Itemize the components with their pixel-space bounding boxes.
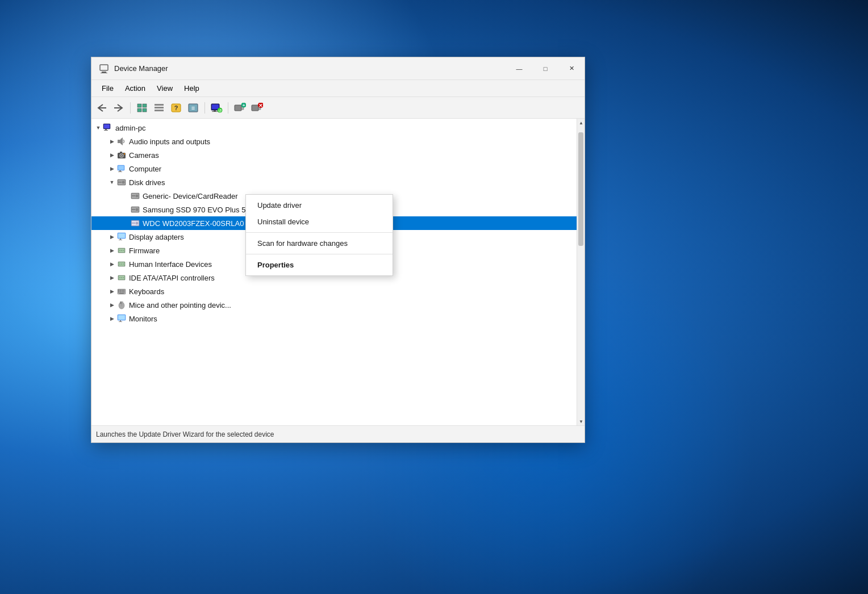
tree-label-disk-drives: Disk drives (129, 178, 165, 187)
ctx-properties[interactable]: Properties (246, 257, 393, 273)
disk-2-icon (130, 205, 140, 214)
help-button[interactable]: ? (168, 100, 184, 116)
statusbar-text: Launches the Update Driver Wizard for th… (96, 430, 274, 438)
ctx-separator-1 (246, 232, 393, 233)
monitors-icon (116, 314, 127, 323)
svg-point-37 (121, 155, 122, 156)
svg-rect-59 (132, 223, 135, 224)
svg-rect-80 (118, 290, 119, 291)
svg-rect-47 (118, 182, 122, 183)
svg-text:+: + (243, 103, 245, 108)
svg-rect-6 (143, 104, 147, 107)
svg-point-54 (136, 208, 138, 211)
tree-item-computer[interactable]: ▶ Computer (91, 162, 577, 175)
tree-item-keyboards[interactable]: ▶ Keyboards (91, 285, 577, 298)
tree-label-ide: IDE ATA/ATAPI controllers (129, 274, 215, 282)
svg-rect-3 (98, 107, 106, 108)
svg-rect-55 (132, 209, 135, 210)
computer-icon (103, 123, 113, 132)
tree-label-disk-1: Generic- Device/CardReader (143, 192, 238, 200)
tree-item-audio[interactable]: ▶ Audio inputs and outputs (91, 135, 577, 148)
cameras-icon (116, 150, 127, 160)
ctx-scan-hardware[interactable]: Scan for hardware changes (246, 235, 393, 252)
scrollbar[interactable]: ▲ ▼ (577, 119, 585, 425)
expand-view-button[interactable]: ≡ (185, 100, 201, 116)
svg-rect-82 (122, 290, 123, 291)
tree-arrow-display: ▶ (107, 232, 116, 241)
tree-label-keyboards: Keyboards (129, 287, 164, 296)
tree-label-disk-3: WDC WD2003FZEX-00SRLA0 (143, 219, 244, 228)
computer-icon-2 (116, 164, 127, 173)
ctx-separator-2 (246, 254, 393, 254)
scroll-up-button[interactable]: ▲ (577, 119, 585, 127)
svg-rect-62 (120, 239, 121, 240)
svg-rect-76 (119, 277, 120, 278)
toolbar: ? ≡ ↺ (91, 97, 585, 119)
keyboards-icon (116, 287, 127, 296)
svg-rect-34 (118, 140, 120, 143)
tree-label-mice: Mice and other pointing devic... (129, 301, 231, 309)
close-button[interactable]: ✕ (558, 57, 585, 80)
svg-rect-0 (100, 65, 108, 70)
svg-rect-8 (143, 108, 147, 112)
mice-icon (116, 300, 127, 309)
svg-rect-4 (114, 107, 122, 108)
list-view-button[interactable] (151, 100, 167, 116)
maximize-button[interactable]: □ (532, 57, 558, 80)
scan-hardware-button[interactable]: ↺ (208, 100, 224, 116)
svg-rect-43 (118, 171, 122, 172)
svg-point-58 (136, 222, 138, 224)
tree-label-firmware: Firmware (129, 246, 160, 255)
menu-file[interactable]: File (96, 82, 119, 95)
hid-icon (116, 260, 127, 269)
svg-rect-66 (119, 250, 120, 251)
back-button[interactable] (94, 100, 110, 116)
minimize-button[interactable]: — (506, 57, 532, 80)
display-icon (116, 232, 127, 241)
tree-arrow-computer: ▶ (107, 164, 116, 173)
ctx-uninstall-device[interactable]: Uninstall device (246, 214, 393, 230)
svg-rect-91 (120, 302, 122, 304)
tree-label-computer: Computer (129, 165, 161, 173)
svg-rect-10 (155, 107, 164, 108)
tree-root[interactable]: ▼ admin-pc (91, 121, 577, 135)
context-menu: Update driver Uninstall device Scan for … (245, 194, 393, 276)
svg-rect-41 (118, 166, 124, 170)
svg-rect-95 (120, 320, 121, 321)
svg-rect-72 (121, 263, 122, 265)
device-manager-view-button[interactable] (134, 100, 150, 116)
menu-help[interactable]: Help (178, 82, 205, 95)
ctx-update-driver[interactable]: Update driver (246, 197, 393, 214)
svg-rect-73 (123, 263, 124, 265)
svg-point-50 (136, 195, 138, 197)
scroll-down-button[interactable]: ▼ (577, 417, 585, 425)
svg-rect-33 (104, 130, 108, 131)
toolbar-sep-3 (228, 102, 228, 114)
tree-root-label: admin-pc (115, 124, 145, 132)
svg-text:?: ? (174, 104, 178, 111)
scrollbar-thumb[interactable] (578, 132, 583, 246)
svg-rect-26 (252, 105, 258, 111)
menu-view[interactable]: View (151, 82, 178, 95)
svg-rect-61 (118, 233, 125, 238)
svg-rect-11 (155, 110, 164, 111)
svg-rect-5 (137, 104, 141, 107)
forward-button[interactable] (111, 100, 127, 116)
tree-arrow-mice: ▶ (107, 300, 116, 309)
tree-item-cameras[interactable]: ▶ Cameras (91, 148, 577, 162)
svg-rect-32 (105, 129, 107, 130)
tree-item-disk-drives[interactable]: ▼ Disk drives (91, 175, 577, 189)
svg-rect-67 (121, 250, 122, 251)
svg-text:✕: ✕ (258, 103, 263, 108)
remove-device-button[interactable]: ✕ (249, 100, 265, 116)
svg-rect-9 (155, 104, 164, 106)
menu-action[interactable]: Action (119, 82, 151, 95)
tree-item-monitors[interactable]: ▶ Monitors (91, 312, 577, 325)
scrollbar-track[interactable] (577, 127, 585, 417)
disk-3-icon (130, 219, 140, 228)
tree-item-mice[interactable]: ▶ Mice and other pointing devic... (91, 298, 577, 312)
svg-rect-39 (124, 153, 125, 154)
add-hardware-button[interactable]: + (232, 100, 248, 116)
svg-rect-87 (123, 291, 124, 292)
svg-rect-94 (118, 315, 125, 320)
